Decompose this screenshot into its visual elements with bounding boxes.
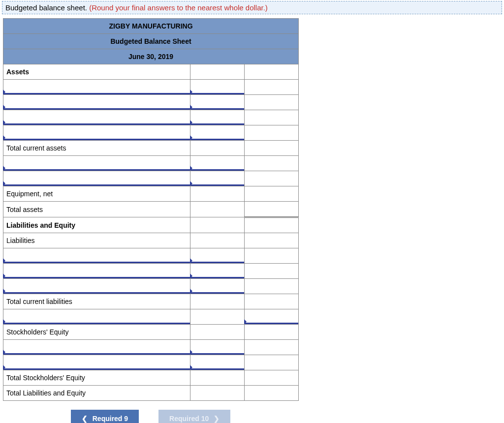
longterm-amount-2[interactable] bbox=[190, 171, 245, 186]
next-button: Required 10 ❯ bbox=[158, 410, 230, 423]
cell-blank bbox=[190, 64, 245, 80]
prev-button[interactable]: ❮ Required 9 bbox=[71, 410, 139, 423]
cell-blank bbox=[245, 264, 299, 279]
label-liabilities: Liabilities bbox=[3, 233, 190, 248]
label-assets: Assets bbox=[3, 64, 190, 80]
row-total-current-liab: Total current liabilities bbox=[3, 294, 299, 309]
row-longterm-input-1 bbox=[3, 156, 299, 171]
cell-blank bbox=[190, 217, 245, 233]
row-liabilities-heading: Liabilities bbox=[3, 233, 299, 248]
liab-amount-3[interactable] bbox=[190, 279, 245, 294]
row-liab-input-3 bbox=[3, 279, 299, 294]
header-title-row: Budgeted Balance Sheet bbox=[3, 34, 299, 49]
label-equipment-net: Equipment, net bbox=[3, 186, 190, 202]
longliab-name-select-1[interactable] bbox=[3, 309, 190, 325]
cell-blank bbox=[190, 294, 245, 309]
asset-amount-2[interactable] bbox=[190, 95, 245, 110]
label-total-liab-equity: Total Liabilities and Equity bbox=[3, 386, 190, 401]
longliab-amount-1[interactable] bbox=[245, 309, 299, 325]
total-liab-equity-value[interactable] bbox=[245, 386, 299, 401]
chevron-left-icon: ❮ bbox=[82, 415, 88, 422]
row-total-current-assets: Total current assets bbox=[3, 141, 299, 156]
row-equity-input-2 bbox=[3, 355, 299, 370]
total-assets-value[interactable] bbox=[245, 202, 299, 217]
header-company-row: ZIGBY MANUFACTURING bbox=[3, 19, 299, 34]
label-total-current-assets: Total current assets bbox=[3, 141, 190, 156]
row-liab-equity-heading: Liabilities and Equity bbox=[3, 217, 299, 233]
equity-name-select-1[interactable] bbox=[3, 340, 190, 355]
longterm-amount-1[interactable] bbox=[190, 156, 245, 171]
row-longliab-input-1 bbox=[3, 309, 299, 325]
cell-blank bbox=[245, 233, 299, 248]
liab-name-select-2[interactable] bbox=[3, 264, 190, 279]
cell-blank bbox=[245, 340, 299, 355]
cell-blank bbox=[190, 233, 245, 248]
cell-blank bbox=[245, 95, 299, 110]
cell-blank bbox=[190, 202, 245, 217]
cell-blank bbox=[245, 355, 299, 370]
asset-amount-3[interactable] bbox=[190, 110, 245, 125]
row-total-assets: Total assets bbox=[3, 202, 299, 217]
row-assets-heading: Assets bbox=[3, 64, 299, 80]
cell-blank bbox=[190, 309, 245, 325]
row-total-stockholders-equity: Total Stockholders' Equity bbox=[3, 370, 299, 386]
equity-amount-1[interactable] bbox=[190, 340, 245, 355]
label-total-assets: Total assets bbox=[3, 202, 190, 217]
next-button-label: Required 10 bbox=[169, 415, 209, 423]
cell-blank bbox=[190, 370, 245, 386]
cell-blank bbox=[245, 80, 299, 95]
cell-blank bbox=[245, 171, 299, 186]
asset-name-select-4[interactable] bbox=[3, 125, 190, 141]
row-longterm-input-2 bbox=[3, 171, 299, 186]
liab-name-select-3[interactable] bbox=[3, 279, 190, 294]
balance-sheet-table: ZIGBY MANUFACTURING Budgeted Balance She… bbox=[3, 18, 299, 401]
row-asset-input-4 bbox=[3, 125, 299, 141]
equipment-net-value[interactable] bbox=[245, 186, 299, 202]
chevron-right-icon: ❯ bbox=[214, 415, 220, 422]
liab-name-select-1[interactable] bbox=[3, 248, 190, 264]
header-date-row: June 30, 2019 bbox=[3, 49, 299, 64]
equity-amount-2[interactable] bbox=[190, 355, 245, 370]
total-current-assets-value[interactable] bbox=[245, 141, 299, 156]
cell-blank bbox=[190, 325, 245, 340]
total-stockholders-equity-value[interactable] bbox=[245, 370, 299, 386]
header-title: Budgeted Balance Sheet bbox=[3, 34, 299, 49]
nav-row: ❮ Required 9 Required 10 ❯ bbox=[3, 410, 298, 423]
cell-blank bbox=[245, 217, 299, 233]
liab-amount-1[interactable] bbox=[190, 248, 245, 264]
label-liab-equity: Liabilities and Equity bbox=[3, 217, 190, 233]
prev-button-label: Required 9 bbox=[93, 415, 128, 423]
asset-amount-1[interactable] bbox=[190, 80, 245, 95]
row-stockholders-equity-heading: Stockholders' Equity bbox=[3, 325, 299, 340]
cell-blank bbox=[245, 156, 299, 171]
asset-name-select-2[interactable] bbox=[3, 95, 190, 110]
cell-blank bbox=[245, 125, 299, 141]
equity-name-select-2[interactable] bbox=[3, 355, 190, 370]
liab-amount-2[interactable] bbox=[190, 264, 245, 279]
cell-blank bbox=[190, 386, 245, 401]
instruction-bar: Budgeted balance sheet. (Round your fina… bbox=[2, 1, 502, 14]
longterm-name-select-2[interactable] bbox=[3, 171, 190, 186]
cell-blank bbox=[245, 279, 299, 294]
header-company: ZIGBY MANUFACTURING bbox=[3, 19, 299, 34]
row-equity-input-1 bbox=[3, 340, 299, 355]
row-total-liab-equity: Total Liabilities and Equity bbox=[3, 386, 299, 401]
header-date: June 30, 2019 bbox=[3, 49, 299, 64]
row-asset-input-3 bbox=[3, 110, 299, 125]
instruction-prefix: Budgeted balance sheet. bbox=[5, 3, 89, 12]
asset-name-select-3[interactable] bbox=[3, 110, 190, 125]
total-current-liab-value[interactable] bbox=[245, 294, 299, 309]
cell-blank bbox=[245, 110, 299, 125]
instruction-hint: (Round your final answers to the nearest… bbox=[89, 3, 268, 12]
asset-name-select-1[interactable] bbox=[3, 80, 190, 95]
asset-amount-4[interactable] bbox=[190, 125, 245, 141]
cell-blank bbox=[245, 248, 299, 264]
cell-blank bbox=[245, 64, 299, 80]
label-total-current-liab: Total current liabilities bbox=[3, 294, 190, 309]
cell-blank bbox=[190, 141, 245, 156]
row-liab-input-2 bbox=[3, 264, 299, 279]
cell-blank bbox=[245, 325, 299, 340]
longterm-name-select-1[interactable] bbox=[3, 156, 190, 171]
row-asset-input-2 bbox=[3, 95, 299, 110]
cell-blank bbox=[190, 186, 245, 202]
